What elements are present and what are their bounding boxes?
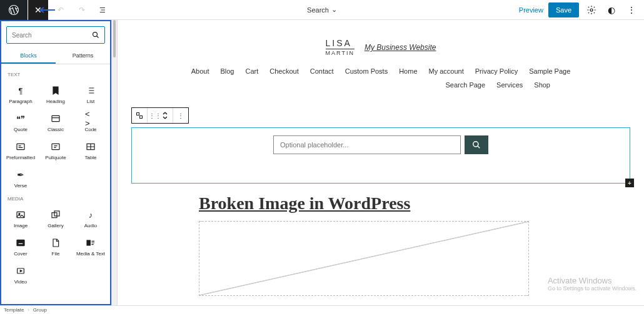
- nav-item[interactable]: Checkout: [269, 67, 298, 75]
- block-inserter-panel: Blocks Patterns TEXT ¶ParagraphHeadingLi…: [0, 20, 111, 305]
- audio-icon: ♪: [85, 209, 96, 220]
- verse-icon: ✒: [15, 169, 26, 180]
- styles-icon[interactable]: ◐: [604, 2, 619, 17]
- classic-icon: [50, 113, 61, 124]
- windows-watermark: Activate Windows Go to Settings to activ…: [548, 276, 636, 292]
- svg-point-16: [473, 142, 478, 147]
- svg-rect-3: [52, 115, 59, 121]
- primary-nav-row2: Search PageServicesShop: [118, 81, 644, 89]
- nav-item[interactable]: Custom Posts: [345, 67, 388, 75]
- panel-resize-handle[interactable]: [111, 20, 118, 305]
- block-item-preformatted[interactable]: Preformatted: [4, 137, 38, 164]
- gallery-icon: [50, 209, 61, 220]
- nav-item[interactable]: About: [191, 67, 209, 75]
- nav-item[interactable]: Sample Page: [529, 67, 570, 75]
- cover-icon: [15, 237, 26, 248]
- video-icon: [15, 265, 26, 277]
- search-icon: [92, 31, 99, 39]
- svg-rect-15: [140, 116, 143, 119]
- document-title-dropdown[interactable]: Search ⌄: [307, 6, 337, 14]
- code-icon: < >: [85, 113, 96, 124]
- block-item-gallery[interactable]: Gallery: [39, 205, 73, 232]
- quote-icon: ❝❞: [15, 113, 26, 124]
- pullquote-icon: [50, 141, 61, 152]
- more-menu-icon[interactable]: ⋮: [624, 2, 639, 17]
- inserter-search[interactable]: [6, 26, 105, 44]
- tab-patterns[interactable]: Patterns: [56, 49, 110, 64]
- svg-rect-4: [17, 144, 24, 149]
- nav-item[interactable]: Privacy Policy: [475, 67, 518, 75]
- nav-item[interactable]: Shop: [534, 81, 550, 89]
- block-item-quote[interactable]: ❝❞Quote: [4, 109, 38, 136]
- block-breadcrumb: Template › Group: [0, 305, 644, 314]
- nav-item[interactable]: Contact: [310, 67, 334, 75]
- search-placeholder-input[interactable]: [273, 135, 461, 154]
- paragraph-icon: ¶: [15, 85, 26, 96]
- nav-item[interactable]: Home: [399, 67, 417, 75]
- nav-item[interactable]: Cart: [246, 67, 259, 75]
- block-options-icon[interactable]: ⋮: [177, 112, 184, 119]
- block-item-classic[interactable]: Classic: [39, 109, 73, 136]
- svg-rect-11: [17, 240, 24, 245]
- breadcrumb-group[interactable]: Group: [33, 307, 47, 313]
- block-toolbar: ⋮⋮ ⋮: [131, 107, 189, 124]
- search-block-selected[interactable]: +: [131, 127, 630, 184]
- block-item-cover[interactable]: Cover: [4, 233, 38, 260]
- svg-rect-12: [87, 240, 90, 245]
- svg-point-2: [93, 32, 98, 37]
- block-item-heading[interactable]: Heading: [39, 81, 73, 108]
- add-block-button[interactable]: +: [625, 179, 634, 187]
- nav-item[interactable]: Services: [496, 81, 523, 89]
- block-item-paragraph[interactable]: ¶Paragraph: [4, 81, 38, 108]
- block-item-media-text[interactable]: Media & Text: [74, 233, 108, 260]
- post-title[interactable]: Broken Image in WordPress: [199, 194, 644, 213]
- toggle-inserter-button[interactable]: ✕: [28, 0, 48, 20]
- broken-image-placeholder[interactable]: [199, 221, 529, 296]
- block-item-table[interactable]: Table: [74, 137, 108, 164]
- heading-icon: [50, 85, 61, 96]
- drag-handle-icon[interactable]: ⋮⋮: [151, 112, 159, 119]
- wordpress-logo[interactable]: [0, 0, 28, 20]
- primary-nav: AboutBlogCartCheckoutContactCustom Posts…: [191, 67, 571, 75]
- site-logo[interactable]: LISA MARTIN: [326, 39, 355, 56]
- block-item-list[interactable]: List: [74, 81, 108, 108]
- block-item-audio[interactable]: ♪Audio: [74, 205, 108, 232]
- nav-item[interactable]: Blog: [220, 67, 234, 75]
- chevron-right-icon: ›: [28, 308, 29, 312]
- block-item-pullquote[interactable]: Pullquote: [39, 137, 73, 164]
- chevron-down-icon: ⌄: [331, 6, 337, 14]
- category-text: TEXT: [4, 68, 108, 81]
- block-item-video[interactable]: Video: [4, 262, 38, 288]
- move-up-down-icon[interactable]: [161, 112, 169, 119]
- list-view-button[interactable]: [94, 1, 112, 19]
- settings-icon[interactable]: [584, 2, 599, 17]
- redo-button[interactable]: ↷: [73, 1, 91, 19]
- editor-canvas: LISA MARTIN My Business Website AboutBlo…: [118, 20, 644, 305]
- undo-button[interactable]: ↶: [52, 1, 69, 19]
- nav-item[interactable]: Search Page: [446, 81, 486, 89]
- breadcrumb-template[interactable]: Template: [4, 307, 24, 313]
- site-title[interactable]: My Business Website: [365, 43, 436, 52]
- block-item-file[interactable]: File: [39, 233, 73, 260]
- inserter-search-input[interactable]: [12, 32, 92, 39]
- category-media: MEDIA: [4, 192, 108, 205]
- media & text-icon: [85, 237, 96, 248]
- svg-rect-5: [52, 144, 59, 149]
- save-button[interactable]: Save: [548, 2, 579, 17]
- search-submit-button[interactable]: [465, 135, 488, 154]
- list-icon: [85, 85, 96, 96]
- block-item-verse[interactable]: ✒Verse: [4, 165, 38, 192]
- file-icon: [50, 237, 61, 248]
- svg-rect-14: [137, 113, 139, 115]
- block-type-icon[interactable]: [136, 112, 143, 119]
- image-icon: [15, 209, 26, 220]
- nav-item[interactable]: My account: [429, 67, 464, 75]
- block-item-image[interactable]: Image: [4, 205, 38, 232]
- block-item-code[interactable]: < >Code: [74, 109, 108, 136]
- tab-blocks[interactable]: Blocks: [1, 49, 56, 64]
- preformatted-icon: [15, 141, 26, 152]
- document-title: Search: [307, 6, 329, 14]
- svg-point-1: [590, 9, 593, 11]
- table-icon: [85, 141, 96, 152]
- preview-button[interactable]: Preview: [519, 6, 543, 14]
